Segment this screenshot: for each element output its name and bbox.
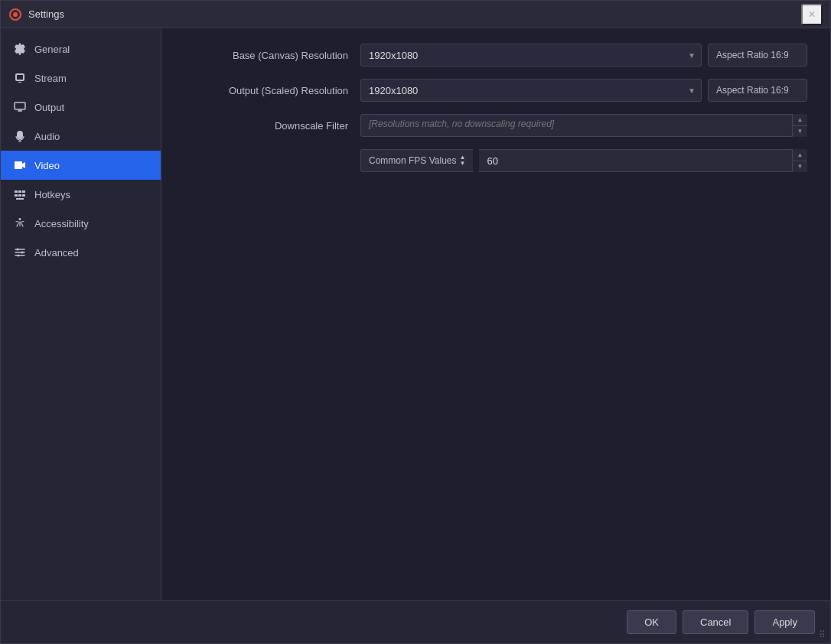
fps-spinners: ▲ ▼: [792, 149, 807, 172]
sidebar-item-output[interactable]: Output: [1, 93, 161, 122]
content-area: Base (Canvas) Resolution 1920x1080 1280x…: [161, 28, 830, 600]
close-button[interactable]: ×: [801, 4, 823, 25]
sidebar-item-video[interactable]: Video: [1, 151, 161, 180]
sidebar-item-advanced[interactable]: Advanced: [1, 238, 161, 267]
sidebar-video-label: Video: [34, 160, 60, 171]
fps-toggle-label: Common FPS Values: [369, 155, 457, 166]
svg-rect-3: [15, 161, 22, 169]
downscale-spinner-down[interactable]: ▼: [793, 126, 807, 138]
downscale-filter-row: Downscale Filter [Resolutions match, no …: [184, 114, 807, 137]
footer: OK Cancel Apply: [1, 600, 830, 643]
sidebar-item-hotkeys[interactable]: Hotkeys: [1, 180, 161, 209]
fps-chevrons-icon: ▲ ▼: [460, 154, 466, 167]
main-content: General Stream Output: [1, 28, 830, 600]
ok-button[interactable]: OK: [627, 610, 676, 634]
svg-point-1: [13, 12, 18, 17]
fps-value-wrapper: 60 30 24 120 ▲ ▼: [479, 149, 807, 172]
stream-icon: [13, 71, 27, 85]
svg-rect-9: [22, 194, 25, 197]
downscale-filter-controls: [Resolutions match, no downscaling requi…: [360, 114, 807, 137]
downscale-spinners: ▲ ▼: [792, 114, 807, 137]
svg-rect-7: [15, 194, 18, 197]
downscale-filter-wrapper: [Resolutions match, no downscaling requi…: [360, 114, 807, 137]
output-resolution-select[interactable]: 1920x1080 1280x720 3840x2160: [360, 79, 702, 102]
app-icon: [8, 8, 22, 21]
fps-spinner-up[interactable]: ▲: [793, 149, 807, 161]
downscale-filter-label: Downscale Filter: [184, 120, 360, 132]
sidebar-accessibility-label: Accessibility: [34, 218, 89, 229]
base-resolution-select[interactable]: 1920x1080 1280x720 3840x2160: [360, 44, 702, 67]
output-resolution-select-wrapper: 1920x1080 1280x720 3840x2160 ▼: [360, 79, 702, 102]
settings-window: Settings × General: [0, 0, 831, 644]
base-resolution-controls: 1920x1080 1280x720 3840x2160 ▼ Aspect Ra…: [360, 44, 807, 67]
fps-toggle-group: Common FPS Values ▲ ▼: [360, 149, 473, 172]
svg-point-13: [21, 252, 24, 254]
sidebar-item-accessibility[interactable]: Accessibility: [1, 209, 161, 238]
advanced-icon: [13, 246, 27, 259]
video-icon: [13, 158, 27, 172]
svg-rect-4: [15, 190, 18, 193]
svg-point-11: [19, 218, 21, 220]
fps-row: Common FPS Values ▲ ▼ 60 30 24 120: [184, 149, 807, 172]
output-icon: [13, 100, 27, 114]
fps-spinner-down[interactable]: ▼: [793, 161, 807, 173]
svg-rect-6: [22, 190, 25, 193]
sidebar-advanced-label: Advanced: [34, 247, 79, 259]
svg-point-12: [17, 249, 19, 251]
base-resolution-label: Base (Canvas) Resolution: [184, 50, 360, 61]
sidebar-general-label: General: [34, 44, 70, 55]
cancel-button[interactable]: Cancel: [683, 610, 748, 634]
base-resolution-select-wrapper: 1920x1080 1280x720 3840x2160 ▼: [360, 44, 702, 67]
accessibility-icon: [13, 216, 27, 230]
output-resolution-label: Output (Scaled) Resolution: [184, 85, 360, 96]
sidebar-stream-label: Stream: [34, 73, 67, 84]
sidebar-item-general[interactable]: General: [1, 34, 161, 63]
resize-handle-icon[interactable]: ⠿: [819, 629, 826, 640]
titlebar: Settings ×: [1, 1, 830, 28]
window-title: Settings: [28, 8, 801, 20]
fps-controls: Common FPS Values ▲ ▼ 60 30 24 120: [360, 149, 807, 172]
svg-rect-5: [18, 190, 21, 193]
sidebar-item-stream[interactable]: Stream: [1, 63, 161, 93]
svg-rect-10: [16, 198, 24, 200]
sidebar-hotkeys-label: Hotkeys: [34, 189, 70, 200]
base-resolution-row: Base (Canvas) Resolution 1920x1080 1280x…: [184, 44, 807, 67]
output-resolution-aspect-ratio: Aspect Ratio 16:9: [708, 79, 807, 102]
sidebar-item-audio[interactable]: Audio: [1, 122, 161, 151]
sidebar-output-label: Output: [34, 102, 64, 113]
apply-button[interactable]: Apply: [754, 610, 815, 634]
svg-rect-8: [18, 194, 21, 197]
sidebar-audio-label: Audio: [34, 131, 60, 142]
audio-icon: [13, 129, 27, 143]
base-resolution-aspect-ratio: Aspect Ratio 16:9: [708, 44, 807, 67]
hotkeys-icon: [13, 187, 27, 201]
gear-icon: [13, 42, 27, 56]
fps-value-select[interactable]: 60 30 24 120: [479, 149, 807, 172]
output-resolution-controls: 1920x1080 1280x720 3840x2160 ▼ Aspect Ra…: [360, 79, 807, 102]
downscale-filter-placeholder: [Resolutions match, no downscaling requi…: [360, 114, 807, 137]
output-resolution-row: Output (Scaled) Resolution 1920x1080 128…: [184, 79, 807, 102]
fps-toggle-button[interactable]: Common FPS Values ▲ ▼: [360, 149, 473, 172]
sidebar: General Stream Output: [1, 28, 161, 600]
downscale-spinner-up[interactable]: ▲: [793, 114, 807, 126]
svg-rect-2: [15, 102, 25, 109]
svg-point-14: [18, 255, 20, 257]
